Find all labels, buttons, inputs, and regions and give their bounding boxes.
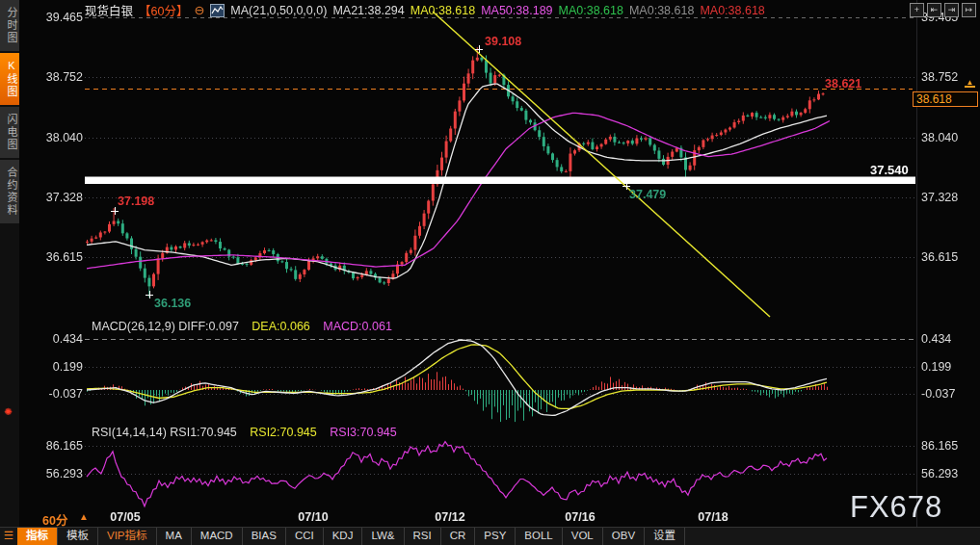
macd-macd-value: MACD:0.061: [323, 320, 392, 333]
price-axis-left: 37.328: [35, 191, 83, 204]
pan-icon[interactable]: ↦: [962, 3, 976, 17]
toolbar-tab-vol[interactable]: VOL: [563, 528, 603, 545]
toolbar-tab-indicators[interactable]: 指标: [17, 528, 58, 545]
sidebar-tab-contract-info[interactable]: 合约资料: [0, 160, 19, 223]
swing-low-label: 36.136: [154, 297, 191, 310]
macd-axis-left: 0.434: [35, 332, 83, 346]
trading-app-window: 分时图 K线图 闪电图 合约资料 ✺ 现货白银 【60分】 ⊖ MA(21,0,…: [0, 0, 980, 545]
alert-icon[interactable]: ✺: [4, 406, 12, 417]
period-label[interactable]: 【60分】: [139, 1, 188, 19]
chart-type-icon[interactable]: [210, 4, 225, 17]
macd-axis-left: 0.199: [35, 360, 83, 374]
rsi-axis-left: 86.165: [35, 439, 83, 453]
sidebar-tab-flash[interactable]: 闪电图: [0, 107, 19, 158]
dashed-line-price-label: 38.621: [825, 77, 861, 91]
toolbar-tab-vip-indicators[interactable]: VIP指标: [98, 528, 157, 545]
toolbar-tab-psy[interactable]: PSY: [475, 528, 516, 545]
toolbar-tab-kdj[interactable]: KDJ: [324, 528, 363, 545]
toolbar-tab-macd[interactable]: MACD: [192, 528, 243, 545]
left-sidebar: 分时图 K线图 闪电图 合约资料 ✺: [0, 0, 19, 545]
toolbar-tab-rsi[interactable]: RSI: [405, 528, 441, 545]
menu-icon[interactable]: ☰: [0, 528, 17, 545]
price-axis-left: 36.615: [35, 250, 83, 264]
toolbar-tab-cci[interactable]: CCI: [286, 528, 324, 545]
rsi-axis-right: 56.293: [921, 467, 958, 480]
macd-header[interactable]: MACD(26,12,9) DIFF:0.097 DEA:0.066 MACD:…: [92, 320, 392, 333]
price-axis-right: 38.752: [921, 70, 958, 84]
last-price-pennant-icon: ▲: [965, 79, 975, 88]
rsi-header[interactable]: RSI(14,14,14) RSI1:70.945 RSI2:70.945 RS…: [92, 426, 397, 439]
macd-axis-right: 0.199: [921, 360, 951, 374]
indicator-toolbar: ☰ 指标 模板 VIP指标 MA MACD BIAS CCI KDJ LW& R…: [0, 527, 980, 545]
sidebar-tab-timeline[interactable]: 分时图: [0, 0, 19, 51]
scale-right-icon[interactable]: ⇥: [944, 3, 959, 17]
toolbar-tab-templates[interactable]: 模板: [58, 528, 98, 545]
price-axis-left: 38.040: [35, 131, 83, 144]
symbol-name: 现货白银: [85, 1, 133, 19]
chart-tool-icons: + ⇤ ⇥ ↦: [910, 3, 976, 17]
rsi-params: RSI(14,14,14) RSI1:70.945: [92, 426, 237, 439]
date-tick: 07/18: [698, 510, 728, 524]
rsi-axis-left: 56.293: [35, 467, 83, 480]
scale-left-icon[interactable]: ⇤: [927, 3, 941, 17]
toolbar-tab-settings[interactable]: 设置: [645, 528, 685, 545]
collapse-icon[interactable]: ⊖: [194, 3, 204, 17]
chart-header: 现货白银 【60分】 ⊖ MA(21,0,50,0,0,0) MA21:38.2…: [85, 3, 765, 17]
fx678-watermark: FX678: [850, 490, 942, 525]
price-axis-left: 39.465: [35, 11, 83, 24]
swing-high-label: 39.108: [485, 35, 521, 48]
macd-params: MACD(26,12,9) DIFF:0.097: [92, 320, 239, 333]
date-tick: 07/10: [298, 510, 328, 524]
timeframe-up-icon[interactable]: ▲: [79, 511, 89, 522]
toolbar-tab-obv[interactable]: OBV: [603, 528, 645, 545]
price-axis-right: 37.328: [921, 191, 958, 204]
trendline-value-label: 37.479: [629, 188, 666, 201]
ma0-yellow-value: MA0:38.618: [411, 4, 475, 17]
macd-axis-right: 0.434: [921, 332, 951, 346]
toolbar-tab-boll[interactable]: BOLL: [516, 528, 562, 545]
support-band-price-label: 37.540: [870, 163, 909, 177]
rsi-axis-right: 86.165: [921, 439, 958, 453]
toolbar-tab-ma[interactable]: MA: [157, 528, 192, 545]
date-tick: 07/16: [565, 510, 595, 524]
toolbar-tab-lw[interactable]: LW&: [362, 528, 404, 545]
ma-formula: MA(21,0,50,0,0,0): [230, 4, 327, 17]
ma21-value: MA21:38.294: [332, 4, 404, 17]
rsi2-value: RSI2:70.945: [250, 426, 317, 439]
ma0-red-value: MA0:38.618: [700, 4, 764, 17]
date-tick: 07/05: [110, 510, 140, 524]
macd-axis-left: -0.037: [35, 387, 83, 401]
macd-axis-right: -0.037: [921, 387, 955, 401]
ma50-value: MA50:38.189: [481, 4, 552, 17]
ma0-gray-value: MA0:38.618: [629, 4, 694, 17]
swing-high-label: 37.198: [118, 195, 154, 208]
toolbar-tab-cr[interactable]: CR: [441, 528, 476, 545]
crosshair-icon[interactable]: +: [910, 3, 924, 17]
rsi3-value: RSI3:70.945: [330, 426, 397, 439]
last-price-box: 38.618: [913, 91, 978, 107]
toolbar-tab-bias[interactable]: BIAS: [243, 528, 286, 545]
macd-dea-value: DEA:0.066: [252, 320, 309, 333]
date-tick: 07/12: [435, 510, 464, 524]
price-axis-left: 38.752: [35, 70, 83, 84]
price-axis-right: 36.615: [921, 250, 958, 264]
sidebar-tab-kline[interactable]: K线图: [0, 53, 19, 105]
ma0-green-value: MA0:38.618: [559, 4, 623, 17]
price-axis-right: 38.040: [921, 131, 958, 144]
